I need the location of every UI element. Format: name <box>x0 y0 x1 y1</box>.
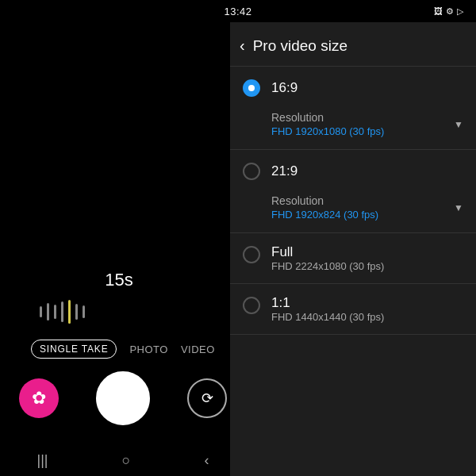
status-bar: 13:42 🖼 ⚙ ▷ <box>0 0 476 22</box>
option-16-9-row[interactable]: 16:9 <box>230 67 476 109</box>
shutter-inner <box>101 376 145 420</box>
flower-button[interactable]: ✿ <box>19 378 59 418</box>
dropdown-arrow-21-9: ▼ <box>454 202 463 213</box>
panel-title: Pro video size <box>253 37 347 55</box>
resolution-16-9-value: FHD 1920x1080 (30 fps) <box>271 125 384 137</box>
share-icon: ▷ <box>457 6 463 17</box>
settings-icon: ⚙ <box>446 6 454 17</box>
flip-camera-button[interactable]: ⟳ <box>187 378 227 418</box>
mode-single-take[interactable]: SINGLE TAKE <box>31 340 117 359</box>
resolution-16-9-row[interactable]: Resolution FHD 1920x1080 (30 fps) ▼ <box>230 109 476 149</box>
waveform-bar <box>75 304 78 320</box>
dropdown-arrow-16-9: ▼ <box>454 119 463 130</box>
option-1-1-info: 1:1 FHD 1440x1440 (30 fps) <box>271 295 384 323</box>
option-21-9-section: 21:9 Resolution FHD 1920x824 (30 fps) ▼ <box>230 150 476 233</box>
option-21-9-row[interactable]: 21:9 <box>230 150 476 193</box>
radio-1-1[interactable] <box>243 297 260 314</box>
option-1-1-label: 1:1 <box>271 295 384 311</box>
resolution-21-9-value: FHD 1920x824 (30 fps) <box>271 209 378 221</box>
waveform-bar <box>54 305 56 319</box>
home-icon[interactable]: ○ <box>122 452 131 469</box>
mode-video[interactable]: VIDEO <box>181 344 215 355</box>
recent-apps-icon[interactable]: ||| <box>37 452 48 469</box>
mode-photo[interactable]: PHOTO <box>129 344 168 355</box>
radio-21-9[interactable] <box>243 163 260 180</box>
gallery-icon: 🖼 <box>434 6 443 16</box>
camera-controls: ✿ ⟳ <box>0 371 246 425</box>
status-icons: 🖼 ⚙ ▷ <box>434 6 463 17</box>
timer-display: 15s <box>0 270 238 290</box>
radio-16-9[interactable] <box>243 79 260 97</box>
resolution-21-9-info: Resolution FHD 1920x824 (30 fps) <box>271 194 378 221</box>
resolution-21-9-row[interactable]: Resolution FHD 1920x824 (30 fps) ▼ <box>230 193 476 232</box>
option-1-1-section: 1:1 FHD 1440x1440 (30 fps) <box>230 284 476 335</box>
option-full-section: Full FHD 2224x1080 (30 fps) <box>230 233 476 284</box>
back-nav-icon[interactable]: ‹ <box>204 452 209 469</box>
back-button[interactable]: ‹ <box>240 36 245 55</box>
shutter-button[interactable] <box>96 371 150 425</box>
waveform <box>40 300 198 324</box>
waveform-bar-active <box>68 300 71 324</box>
nav-bar: ||| ○ ‹ <box>0 444 246 476</box>
waveform-bar <box>40 306 42 317</box>
radio-full[interactable] <box>243 246 260 263</box>
waveform-bar <box>61 301 63 322</box>
camera-modes: SINGLE TAKE PHOTO VIDEO <box>0 340 246 359</box>
option-16-9-section: 16:9 Resolution FHD 1920x1080 (30 fps) ▼ <box>230 67 476 150</box>
resolution-21-9-title: Resolution <box>271 194 378 207</box>
option-full-info: Full FHD 2224x1080 (30 fps) <box>271 244 384 272</box>
option-1-1-row[interactable]: 1:1 FHD 1440x1440 (30 fps) <box>230 284 476 334</box>
resolution-16-9-info: Resolution FHD 1920x1080 (30 fps) <box>271 111 384 138</box>
option-16-9-label: 16:9 <box>271 80 298 96</box>
option-1-1-sublabel: FHD 1440x1440 (30 fps) <box>271 311 384 323</box>
option-21-9-label: 21:9 <box>271 163 298 179</box>
option-full-label: Full <box>271 244 384 260</box>
option-full-sublabel: FHD 2224x1080 (30 fps) <box>271 260 384 272</box>
waveform-bar <box>47 303 49 321</box>
resolution-16-9-title: Resolution <box>271 111 384 124</box>
panel-header: ‹ Pro video size <box>230 22 476 67</box>
status-time: 13:42 <box>224 6 251 17</box>
option-full-row[interactable]: Full FHD 2224x1080 (30 fps) <box>230 233 476 283</box>
pro-video-size-panel: ‹ Pro video size 16:9 Resolution FHD 192… <box>230 22 476 476</box>
waveform-bar <box>83 305 85 318</box>
